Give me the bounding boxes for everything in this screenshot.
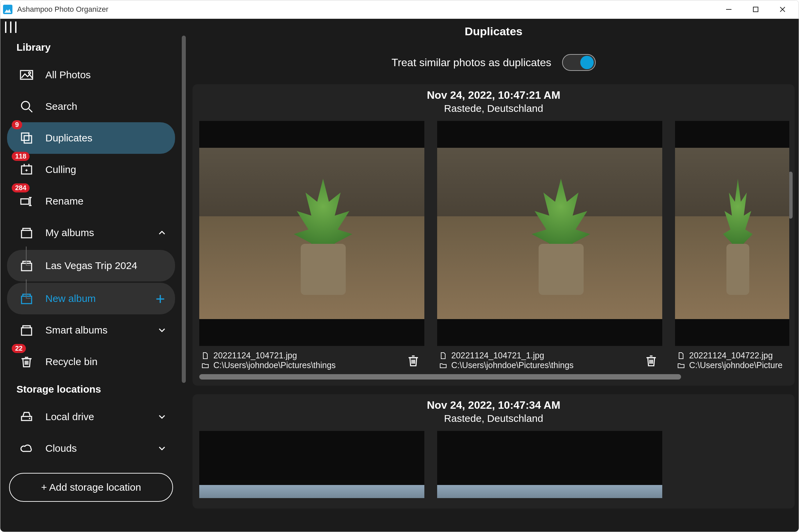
trash-icon [19,354,34,369]
folder-icon [201,361,209,369]
chevron-down-icon [157,325,167,335]
thumbnail[interactable] [199,121,424,346]
svg-rect-19 [21,263,32,271]
svg-point-6 [21,101,30,110]
sidebar-item-clouds[interactable]: Clouds [7,433,175,464]
thumbnail[interactable] [437,121,662,346]
svg-point-5 [29,72,31,74]
sidebar-item-recycle-bin[interactable]: 22 Recycle bin [7,346,175,378]
minimize-button[interactable] [716,0,742,19]
filename: 20221124_104722.jpg [689,350,773,360]
tree-connector [26,247,26,266]
duplicate-item[interactable]: 20221124_104721.jpg C:\Users\johndoe\Pic… [199,121,424,370]
sidebar-item-label: Local drive [45,411,94,422]
file-icon [677,352,685,360]
plus-icon[interactable]: + [153,292,167,305]
duplicate-item[interactable] [199,431,424,498]
sidebar-item-label: Recycle bin [45,356,97,367]
library-section-label: Library [7,36,175,59]
sidebar-item-label: Duplicates [45,132,92,144]
filepath: C:\Users\johndoe\Pictures\things [213,360,336,370]
badge: 284 [12,183,30,192]
file-icon [201,352,209,360]
group-location: Rastede, Deutschland [192,413,795,424]
svg-rect-9 [24,136,32,143]
sidebar-item-culling[interactable]: 118 ✦ Culling [7,154,175,185]
cloud-icon [19,441,34,456]
chevron-up-icon [157,228,167,238]
duplicate-item[interactable] [437,431,662,498]
search-icon [19,99,34,114]
duplicates-icon [19,131,34,146]
thumbnail[interactable] [199,431,424,498]
sidebar-item-label: Clouds [45,443,77,454]
file-icon [439,352,447,360]
svg-point-28 [29,418,30,419]
svg-rect-18 [21,230,32,238]
svg-rect-21 [21,328,32,335]
delete-button[interactable] [642,351,660,369]
folder-icon [677,361,685,369]
svg-rect-14 [21,199,29,204]
maximize-button[interactable] [742,0,769,19]
sidebar-item-smart-albums[interactable]: Smart albums [7,315,175,346]
toggle-label: Treat similar photos as duplicates [391,56,551,69]
sidebar: Library All Photos Search [0,36,182,532]
folder-icon [439,361,447,369]
sidebar-item-label: New album [45,293,96,304]
group-hscrollbar[interactable] [199,374,681,380]
sidebar-item-duplicates[interactable]: 9 Duplicates [7,122,175,154]
app-icon [3,5,13,14]
sidebar-item-rename[interactable]: 284 Rename [7,185,175,217]
chevron-down-icon [157,412,167,422]
add-storage-label: + Add storage location [41,482,141,493]
sidebar-item-label: My albums [45,227,94,239]
duplicate-item[interactable]: 20221124_104722.jpg C:\Users\johndoe\Pic… [675,121,789,370]
sidebar-item-album-las-vegas[interactable]: Las Vegas Trip 2024 [7,250,175,282]
chevron-down-icon [157,443,167,453]
album-icon [19,225,34,240]
duplicate-item[interactable]: 20221124_104721_1.jpg C:\Users\johndoe\P… [437,121,662,370]
badge: 118 [12,152,30,161]
album-icon [19,323,34,338]
window-title: Ashampoo Photo Organizer [17,5,109,14]
add-storage-button[interactable]: + Add storage location [9,473,173,502]
delete-button[interactable] [404,351,422,369]
album-icon [19,291,34,306]
sidebar-item-label: Smart albums [45,324,108,336]
sidebar-item-all-photos[interactable]: All Photos [7,59,175,91]
thumbnail[interactable] [675,121,789,346]
sidebar-item-local-drive[interactable]: Local drive [7,401,175,433]
sidebar-item-search[interactable]: Search [7,91,175,122]
thumbnail[interactable] [437,431,662,498]
duplicate-group: Nov 24, 2022, 10:47:21 AM Rastede, Deuts… [192,84,795,385]
filepath: C:\Users\johndoe\Picture [689,360,782,370]
album-icon [19,258,34,273]
content-area: Treat similar photos as duplicates Nov 2… [188,47,799,532]
drive-icon [19,410,34,424]
culling-icon: ✦ [19,162,34,177]
photos-icon [19,68,34,82]
sidebar-item-label: Las Vegas Trip 2024 [45,260,137,271]
group-date: Nov 24, 2022, 10:47:34 AM [192,399,795,412]
sidebar-item-label: Search [45,101,77,112]
storage-section-label: Storage locations [7,378,175,401]
filename: 20221124_104721.jpg [213,350,297,360]
svg-text:✦: ✦ [24,168,29,173]
group-date: Nov 24, 2022, 10:47:21 AM [192,89,795,101]
badge: 9 [12,120,22,129]
sidebar-item-new-album[interactable]: New album + [7,283,175,315]
sidebar-item-my-albums[interactable]: My albums [7,217,175,249]
similar-toggle[interactable] [562,54,596,71]
sidebar-scrollbar[interactable] [182,36,186,532]
menu-icon[interactable] [5,21,17,33]
titlebar: Ashampoo Photo Organizer [0,0,799,19]
rename-icon [19,194,34,209]
filename: 20221124_104721_1.jpg [451,350,544,360]
sidebar-item-label: Culling [45,164,76,175]
svg-rect-20 [21,296,32,304]
svg-rect-8 [21,133,29,140]
sidebar-item-label: Rename [45,195,83,207]
badge: 22 [12,344,26,353]
close-button[interactable] [769,0,796,19]
